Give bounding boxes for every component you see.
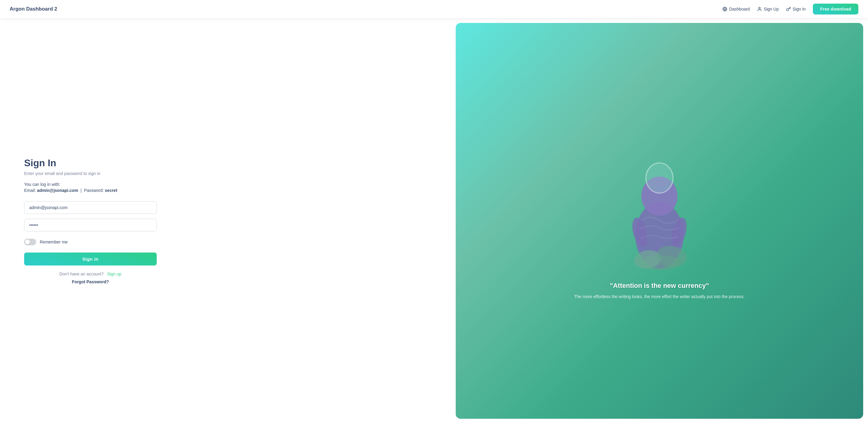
nav-link-signin[interactable]: Sign In [786, 7, 806, 11]
quote-text: "Attention is the new currency" [496, 282, 823, 290]
credential-password-value: secret [105, 188, 117, 193]
left-panel: Sign In Enter your email and password to… [0, 18, 456, 424]
nav-link-signup[interactable]: Sign Up [757, 7, 779, 11]
svg-point-6 [646, 163, 673, 193]
forgot-password-link[interactable]: Forgot Password? [24, 279, 157, 284]
remember-me-row: Remember me [24, 239, 432, 245]
credential-hint: You can log in with: [24, 182, 432, 187]
navbar-links: Dashboard Sign Up Sign In Free download [722, 4, 858, 15]
credential-email-value: admin@jsonapi.com [37, 188, 79, 193]
nav-link-dashboard[interactable]: Dashboard [722, 7, 750, 11]
user-icon [757, 7, 762, 11]
remember-me-toggle[interactable] [24, 239, 36, 245]
sign-in-button[interactable]: Sign in [24, 253, 157, 265]
no-account-row: Don't have an account? Sign up [24, 272, 157, 276]
sign-up-link[interactable]: Sign up [107, 272, 121, 276]
credential-password-label: Password: [84, 188, 104, 193]
credential-hint-prefix: You can log in with: [24, 182, 60, 187]
password-input[interactable] [24, 219, 157, 231]
email-input[interactable] [24, 201, 157, 214]
page-title: Sign In [24, 158, 432, 169]
free-download-button[interactable]: Free download [813, 4, 858, 15]
main-content: Sign In Enter your email and password to… [0, 18, 868, 424]
nav-label-signup: Sign Up [764, 7, 779, 11]
key-icon [786, 7, 791, 11]
email-form-group [24, 201, 432, 214]
navbar-brand: Argon Dashboard 2 [10, 6, 57, 12]
nav-label-dashboard: Dashboard [729, 7, 750, 11]
password-form-group [24, 219, 432, 231]
right-panel: "Attention is the new currency" The more… [456, 23, 863, 419]
remember-me-label: Remember me [40, 239, 68, 245]
quote-section: "Attention is the new currency" The more… [496, 282, 823, 300]
illustration [611, 145, 708, 272]
navbar: Argon Dashboard 2 Dashboard Sign Up [0, 0, 868, 18]
no-account-text: Don't have an account? [59, 272, 104, 276]
quote-sub: The more effortless the writing looks, t… [496, 293, 823, 300]
svg-point-2 [758, 7, 760, 9]
toggle-slider [24, 239, 36, 245]
credential-email-label: Email: [24, 188, 36, 193]
credential-detail: Email: admin@jsonapi.com | Password: sec… [24, 188, 432, 193]
globe-icon [722, 7, 727, 11]
nav-label-signin: Sign In [793, 7, 806, 11]
sign-in-subtitle: Enter your email and password to sign in [24, 171, 432, 176]
